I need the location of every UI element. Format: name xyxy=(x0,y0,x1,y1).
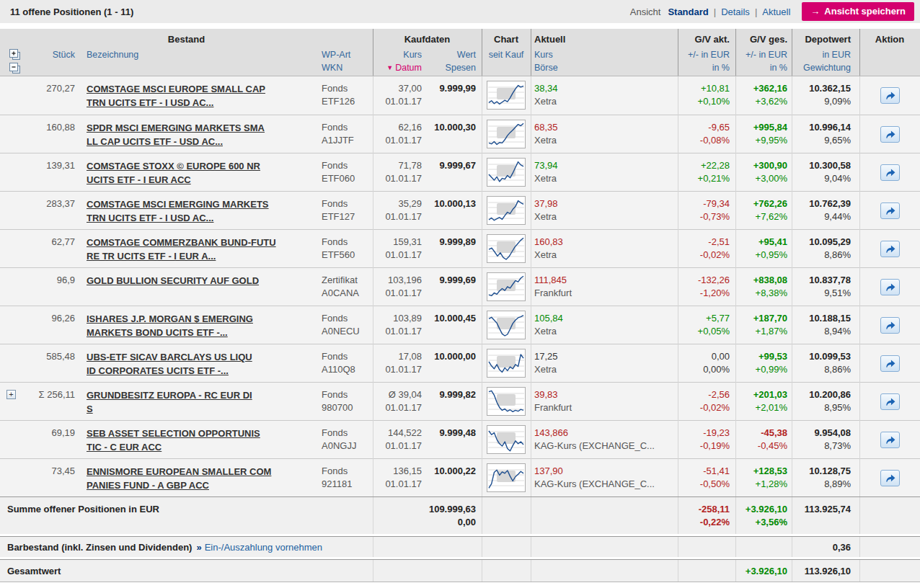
kauf-kurs-value: Ø 39,04 xyxy=(373,388,422,401)
aktuell-kurs-value: 160,83 xyxy=(534,236,678,249)
sparkline-chart[interactable] xyxy=(487,81,526,110)
cash-value: 0,36 xyxy=(792,542,859,553)
position-name-link[interactable]: GRUNDBESITZ EUROPA - RC EUR DIS xyxy=(87,390,252,414)
sort-desc-icon: ▼ xyxy=(386,64,393,71)
boerse-value: Xetra xyxy=(534,249,678,262)
col-header-boerse[interactable]: Börse xyxy=(531,61,678,74)
order-action-button[interactable] xyxy=(880,393,900,410)
kaufdaten-wert-cell: 10.000,45 xyxy=(425,306,482,344)
expand-all-icon[interactable] xyxy=(0,48,29,61)
gv-ges-pct-value: +9,95% xyxy=(735,134,787,147)
order-action-button[interactable] xyxy=(880,432,900,448)
col-header-gv-akt-pct[interactable]: in % xyxy=(678,61,735,74)
order-action-button[interactable] xyxy=(880,470,900,486)
collapse-all-icon[interactable] xyxy=(0,61,29,74)
gv-ges-pct-value: +0,95% xyxy=(735,249,787,262)
position-name-link[interactable]: ISHARES J.P. MORGAN $ EMERGINGMARKETS BO… xyxy=(87,313,253,338)
col-header-gv-akt-eur[interactable]: +/- in EUR xyxy=(678,48,735,61)
order-action-button[interactable] xyxy=(880,164,900,181)
col-header-wp-art[interactable]: WP-Art xyxy=(314,48,373,61)
boerse-value: KAG-Kurs (EXCHANGE_C... xyxy=(534,440,678,453)
position-name-link[interactable]: COMSTAGE MSCI EUROPE SMALL CAPTRN UCITS … xyxy=(87,84,265,108)
depot-positions-page: 11 offene Positionen (1 - 11) Ansicht St… xyxy=(0,0,920,588)
position-name-link[interactable]: SPDR MSCI EMERGING MARKETS SMALL CAP UCI… xyxy=(87,122,265,147)
gv-ges-eur-value: +995,84 xyxy=(735,121,787,134)
sparkline-chart[interactable] xyxy=(487,234,526,263)
kaufdaten-kurs-cell: 37,0001.01.17 xyxy=(373,76,425,115)
col-header-gv-ges-eur[interactable]: +/- in EUR xyxy=(735,48,792,61)
sparkline-chart[interactable] xyxy=(487,311,526,339)
col-group-aktion: Aktion xyxy=(859,30,920,48)
aktion-cell xyxy=(859,153,920,191)
col-header-kurs-aktuell[interactable]: Kurs xyxy=(531,48,678,61)
gv-akt-eur-value: -132,26 xyxy=(678,274,730,287)
order-action-button[interactable] xyxy=(880,355,900,372)
position-name-link[interactable]: ENNISMORE EUROPEAN SMALLER COMPANIES FUN… xyxy=(87,466,271,491)
positions-table-body: 270,27COMSTAGE MSCI EUROPE SMALL CAPTRN … xyxy=(0,76,920,496)
col-header-datum-sorted[interactable]: ▼ Datum xyxy=(373,61,425,74)
save-view-button[interactable]: → Ansicht speichern xyxy=(802,2,914,21)
col-header-in-eur[interactable]: in EUR xyxy=(792,48,859,61)
col-header-gv-ges-pct[interactable]: in % xyxy=(735,61,792,74)
gv-ges-pct-value: +0,99% xyxy=(735,363,787,376)
sparkline-chart[interactable] xyxy=(487,425,526,454)
kauf-kurs-value: 37,00 xyxy=(373,82,422,95)
kauf-kurs-value: 103,89 xyxy=(373,312,422,325)
kauf-datum-value: 01.01.17 xyxy=(373,440,422,453)
col-group-gv-ges: G/V ges. xyxy=(735,30,792,48)
expand-row-button[interactable]: + xyxy=(6,390,16,399)
boerse-value: Xetra xyxy=(534,95,678,108)
col-header-wkn[interactable]: WKN xyxy=(314,61,373,74)
col-header-wert[interactable]: Wert xyxy=(425,48,482,61)
expander-cell xyxy=(0,76,29,115)
col-header-gewichtung[interactable]: Gewichtung xyxy=(792,61,859,74)
deposit-withdraw-link[interactable]: »Ein-/Auszahlung vornehmen xyxy=(196,542,322,553)
position-name-link[interactable]: COMSTAGE MSCI EMERGING MARKETSTRN UCITS … xyxy=(87,199,269,223)
sparkline-chart[interactable] xyxy=(487,120,526,148)
chart-cell xyxy=(482,306,531,344)
position-name-link[interactable]: SEB ASSET SELECTION OPPORTUNISTIC - C EU… xyxy=(87,428,260,453)
order-action-button[interactable] xyxy=(880,317,900,334)
col-header-spesen[interactable]: Spesen xyxy=(425,61,482,74)
aktuell-kurs-value: 143,866 xyxy=(534,427,678,440)
gv-akt-pct-value: -0,50% xyxy=(678,478,730,491)
sparkline-chart[interactable] xyxy=(487,196,526,225)
view-tab-aktuell[interactable]: Aktuell xyxy=(762,6,790,17)
sparkline-chart[interactable] xyxy=(487,349,526,378)
position-name-link[interactable]: COMSTAGE COMMERZBANK BUND-FUTURE TR UCIT… xyxy=(87,237,276,262)
chart-cell xyxy=(482,153,531,191)
view-tab-details[interactable]: Details xyxy=(721,6,750,17)
kaufdaten-kurs-cell: Ø 39,0401.01.17 xyxy=(373,383,425,420)
save-view-button-label: Ansicht speichern xyxy=(824,6,906,17)
expander-cell xyxy=(0,153,29,191)
order-action-button[interactable] xyxy=(880,126,900,143)
sparkline-chart[interactable] xyxy=(487,387,526,416)
gv-akt-cell: -79,34-0,73% xyxy=(678,192,735,229)
summary-gv-ges: +3.926,10+3,56% xyxy=(735,497,792,534)
kauf-datum-value: 01.01.17 xyxy=(373,134,422,147)
gv-ges-eur-value: +362,16 xyxy=(735,82,787,95)
position-name-link[interactable]: GOLD BULLION SECURITY AUF GOLD xyxy=(87,275,259,286)
sparkline-chart[interactable] xyxy=(487,272,526,301)
bezeichnung-cell: COMSTAGE MSCI EMERGING MARKETSTRN UCITS … xyxy=(76,192,314,229)
col-header-bezeichnung[interactable]: Bezeichnung xyxy=(76,48,314,61)
order-action-button[interactable] xyxy=(880,279,900,295)
gv-ges-eur-value: +99,53 xyxy=(735,350,787,363)
wkn-value: ETF060 xyxy=(322,172,373,185)
gv-akt-pct-value: -0,02% xyxy=(678,249,730,262)
position-name-link[interactable]: COMSTAGE STOXX © EUROPE 600 NRUCITS ETF … xyxy=(87,161,260,185)
col-header-kurs[interactable]: Kurs xyxy=(373,48,425,61)
gv-akt-pct-value: -0,19% xyxy=(678,440,730,453)
wp-art-cell: FondsETF060 xyxy=(314,153,373,191)
position-name-link[interactable]: UBS-ETF SICAV BARCLAYS US LIQUID CORPORA… xyxy=(87,352,252,376)
order-action-button[interactable] xyxy=(880,202,900,219)
order-action-button[interactable] xyxy=(880,87,900,104)
total-row: Gesamtwert +3.926,10 113.926,10 xyxy=(0,559,920,582)
view-tab-standard[interactable]: Standard xyxy=(668,6,708,17)
order-action-button[interactable] xyxy=(880,241,900,257)
sparkline-chart[interactable] xyxy=(487,463,526,492)
col-header-stueck[interactable]: Stück xyxy=(29,48,76,61)
gv-akt-eur-value: -79,34 xyxy=(678,197,730,210)
sparkline-chart[interactable] xyxy=(487,158,526,187)
kauf-datum-value: 01.01.17 xyxy=(373,95,422,108)
